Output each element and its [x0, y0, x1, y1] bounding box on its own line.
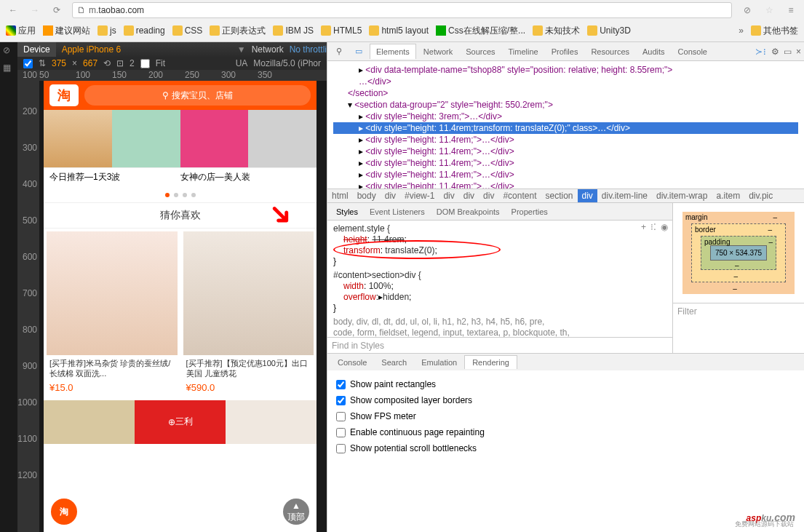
throttle-selector[interactable]: No throttli — [290, 44, 327, 55]
tab-properties[interactable]: Properties — [506, 205, 554, 218]
search-bar[interactable]: ⚲ 搜索宝贝、店铺 — [84, 85, 311, 106]
breadcrumb-item[interactable]: html — [327, 189, 353, 202]
menu-icon[interactable]: ≡ — [781, 2, 800, 18]
bookmark-folder[interactable]: reading — [124, 25, 165, 36]
box-filter[interactable]: Filter — [673, 303, 804, 319]
tab-profiles[interactable]: Profiles — [546, 44, 584, 59]
swap-icon[interactable]: ⟲ — [103, 58, 111, 68]
product-carousel[interactable] — [44, 110, 317, 168]
product-thumb[interactable] — [226, 400, 317, 444]
width-input[interactable]: 375 — [52, 58, 66, 68]
breadcrumb-item[interactable]: #view-1 — [400, 189, 439, 202]
styles-filter[interactable]: Find in Styles — [327, 337, 672, 353]
breadcrumb-item[interactable]: a.item — [712, 189, 744, 202]
device-selector[interactable]: Apple iPhone 6 — [56, 44, 237, 55]
bookmark-folder[interactable]: IBM JS — [273, 25, 314, 36]
nav-bar: ← → ⟳ 🗋 m.taobao.com ⊘ ☆ ≡ — [0, 0, 804, 20]
dom-tree[interactable]: ▸ <div data-template-name="tshop88" styl… — [327, 61, 804, 188]
product-thumb[interactable] — [112, 110, 180, 167]
tab-emulation[interactable]: Emulation — [414, 356, 464, 369]
bookmark-item[interactable]: Css在线解压缩/整... — [436, 25, 525, 37]
breadcrumb-item[interactable]: div.item-line — [597, 189, 652, 202]
taobao-logo[interactable]: 淘 — [49, 84, 79, 106]
tab-audits[interactable]: Audits — [637, 44, 671, 59]
bookmark-folder[interactable]: 正则表达式 — [210, 25, 266, 37]
styles-panel[interactable]: + ⁝⁚ ◉ element.style { height: 11.4rem; … — [327, 221, 672, 337]
dimensions-checkbox[interactable] — [23, 59, 33, 68]
breadcrumb-item[interactable]: div.pic — [744, 189, 777, 202]
bookmark-folder[interactable]: html5 layout — [369, 25, 429, 36]
breadcrumb-item[interactable]: div — [578, 189, 597, 202]
dock-icon[interactable]: ▭ — [784, 47, 792, 57]
bookmark-star-icon[interactable]: ☆ — [760, 2, 779, 18]
breadcrumb-item[interactable]: div — [439, 189, 458, 202]
tab-resources[interactable]: Resources — [585, 44, 635, 59]
carousel-label: 女神の店—美人装 — [180, 171, 311, 183]
breadcrumb-item[interactable]: div — [381, 189, 400, 202]
breadcrumb-item[interactable]: section — [541, 189, 577, 202]
tab-timeline[interactable]: Timeline — [503, 44, 544, 59]
tab-console[interactable]: Console — [330, 356, 374, 369]
overflow-icon[interactable]: » — [739, 25, 744, 36]
tab-search[interactable]: Search — [374, 356, 414, 369]
layer-borders-checkbox[interactable] — [336, 396, 346, 405]
breadcrumb-item[interactable]: body — [353, 189, 381, 202]
height-input[interactable]: 667 — [83, 58, 97, 68]
selected-dom-node[interactable]: ▸ <div style="height: 11.4rem;transform:… — [333, 122, 798, 134]
bookmark-folder[interactable]: js — [97, 25, 116, 36]
floating-logo[interactable]: 淘 — [51, 499, 77, 525]
close-icon[interactable]: × — [796, 47, 801, 57]
bookmark-folder[interactable]: 其他书签 — [751, 25, 798, 37]
breadcrumb-item[interactable]: div — [479, 189, 498, 202]
taobao-header: 淘 ⚲ 搜索宝贝、店铺 — [44, 81, 317, 110]
fit-checkbox[interactable] — [140, 59, 150, 68]
block-icon[interactable]: ⊘ — [3, 45, 15, 57]
tab-event-listeners[interactable]: Event Listeners — [364, 205, 431, 218]
apps-button[interactable]: 应用 — [6, 25, 36, 37]
product-thumb[interactable] — [180, 110, 249, 167]
extension-icon[interactable]: ⊘ — [738, 2, 757, 18]
mobile-viewport[interactable]: 淘 ⚲ 搜索宝贝、店铺 今日推荐—1天3波 女神の店—美人装 — [44, 81, 317, 532]
bookmark-folder[interactable]: CSS — [172, 25, 203, 36]
drawer-toggle-icon[interactable]: ≻⫶ — [755, 47, 767, 57]
fps-meter-checkbox[interactable] — [336, 412, 346, 421]
rotate-icon[interactable]: ⇅ — [39, 58, 46, 68]
product-thumb[interactable] — [44, 400, 135, 444]
breadcrumb-item[interactable]: #content — [498, 189, 541, 202]
breadcrumb-item[interactable]: div — [459, 189, 479, 202]
bookmark-item[interactable]: 建议网站 — [43, 25, 90, 37]
new-rule-icon[interactable]: + — [641, 222, 646, 233]
tab-sources[interactable]: Sources — [460, 44, 501, 59]
product-card[interactable]: [买手推荐]米马杂货 珍贵的蚕丝绒/长绒棉 双面洗... ¥15.0 — [44, 229, 180, 396]
toggle-state-icon[interactable]: ⁝⁚ — [650, 222, 656, 233]
url-bar[interactable]: 🗋 m.taobao.com — [72, 2, 732, 18]
bookmark-folder[interactable]: 未知技术 — [533, 25, 580, 37]
animation-icon[interactable]: ◉ — [661, 222, 668, 233]
forward-button[interactable]: → — [25, 2, 44, 18]
repaint-checkbox[interactable] — [336, 428, 346, 437]
device-toggle-icon[interactable]: ▭ — [349, 44, 368, 59]
strip-icon[interactable]: ▦ — [3, 63, 15, 74]
tab-styles[interactable]: Styles — [330, 205, 364, 218]
paint-rects-checkbox[interactable] — [336, 380, 346, 389]
tab-dom-breakpoints[interactable]: DOM Breakpoints — [431, 205, 506, 218]
scroll-bottleneck-checkbox[interactable] — [336, 444, 346, 453]
tab-elements[interactable]: Elements — [370, 44, 416, 59]
product-card[interactable]: [买手推荐]【预定优惠100元】出口美国 儿童绣花 ¥590.0 — [180, 229, 317, 396]
back-to-top-button[interactable]: ▲ 顶部 — [283, 499, 309, 525]
zoom-value: 2 — [130, 58, 135, 68]
product-thumb[interactable] — [248, 110, 317, 167]
back-button[interactable]: ← — [4, 2, 23, 18]
bookmark-folder[interactable]: HTML5 — [321, 25, 362, 36]
breadcrumb-item[interactable]: div.item-wrap — [652, 189, 712, 202]
tab-network[interactable]: Network — [418, 44, 458, 59]
settings-icon[interactable]: ⚙ — [771, 47, 779, 57]
brand-logo[interactable]: ⊕三利 — [135, 400, 226, 444]
bookmark-folder[interactable]: Unity3D — [587, 25, 631, 36]
reload-button[interactable]: ⟳ — [47, 2, 66, 18]
tab-console[interactable]: Console — [672, 44, 713, 59]
tab-rendering[interactable]: Rendering — [464, 355, 517, 369]
search-icon[interactable]: ⚲ — [330, 44, 348, 59]
devtools-toolbar: ⚲ ▭ Elements Network Sources Timeline Pr… — [327, 42, 804, 61]
product-thumb[interactable] — [44, 110, 112, 167]
